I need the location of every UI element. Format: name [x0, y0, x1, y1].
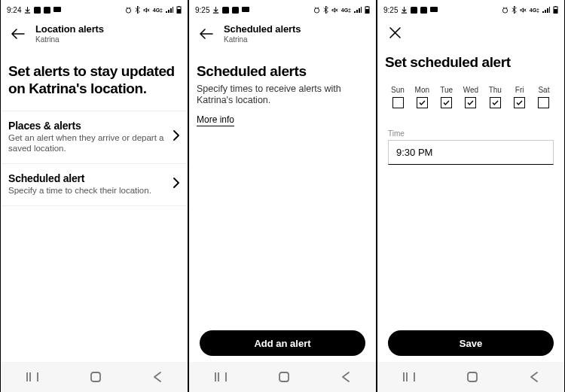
day-wed[interactable]: Wed — [461, 86, 481, 108]
day-tue[interactable]: Tue — [437, 86, 457, 108]
row-subtitle: Specify a time to check their location. — [8, 186, 151, 196]
screen-scheduled-alerts: 9:25 4G‡ Scheduled alerts Katrina Schedu… — [188, 0, 377, 392]
recents-button[interactable] — [215, 372, 227, 382]
day-label: Fri — [515, 86, 524, 94]
alarm-icon — [125, 7, 132, 14]
time-input[interactable] — [388, 140, 554, 165]
day-label: Sat — [538, 86, 549, 94]
message-icon — [242, 7, 249, 13]
more-info-link[interactable]: More info — [197, 114, 234, 126]
svg-rect-9 — [232, 7, 239, 14]
row-subtitle: Get an alert when they arrive or depart … — [8, 133, 167, 154]
status-time: 9:24 — [7, 6, 21, 14]
back-button[interactable] — [198, 29, 215, 39]
status-bar: 9:24 4G‡ — [1, 0, 188, 20]
battery-icon — [553, 6, 558, 14]
page-headline: Scheduled alerts Specify times to receiv… — [189, 54, 376, 140]
nav-back-button[interactable] — [530, 372, 539, 382]
day-sun[interactable]: Sun — [388, 86, 408, 108]
home-button[interactable] — [466, 371, 478, 383]
day-fri[interactable]: Fri — [510, 86, 530, 108]
checkbox-icon — [538, 97, 549, 108]
bluetooth-icon — [135, 6, 140, 14]
android-nav-bar — [377, 362, 564, 392]
row-title: Scheduled alert — [8, 172, 151, 184]
button-label: Save — [460, 338, 482, 349]
day-selector: Sun Mon Tue Wed Thu Fri Sat — [377, 86, 564, 108]
alarm-icon — [313, 7, 320, 14]
day-label: Thu — [489, 86, 502, 94]
day-thu[interactable]: Thu — [485, 86, 505, 108]
home-button[interactable] — [278, 371, 290, 383]
svg-rect-17 — [420, 7, 427, 14]
svg-rect-21 — [555, 6, 557, 7]
app-icon — [420, 7, 427, 14]
network-icon: 4G‡ — [530, 8, 539, 13]
svg-rect-2 — [53, 7, 61, 12]
svg-point-19 — [502, 8, 507, 12]
svg-rect-10 — [242, 7, 249, 12]
signal-icon — [542, 7, 550, 13]
svg-rect-7 — [91, 372, 100, 381]
screen-location-alerts: 9:24 4G‡ Location alerts Katrina Set ale… — [0, 0, 188, 392]
status-bar: 9:25 4G‡ — [377, 0, 564, 20]
mute-icon — [331, 7, 338, 14]
android-nav-bar — [189, 362, 376, 392]
signal-icon — [166, 7, 173, 13]
header-title: Scheduled alerts — [224, 24, 301, 35]
app-icon — [44, 7, 50, 14]
time-field-group: Time — [377, 129, 564, 165]
checkbox-checked-icon — [441, 97, 452, 108]
app-icon — [411, 7, 417, 14]
close-button[interactable] — [386, 27, 403, 38]
day-label: Tue — [440, 86, 453, 94]
checkbox-checked-icon — [490, 97, 501, 108]
mute-icon — [143, 7, 150, 14]
header-title: Location alerts — [35, 24, 104, 35]
battery-icon — [365, 6, 370, 14]
save-button[interactable]: Save — [388, 330, 554, 356]
svg-rect-14 — [365, 9, 369, 14]
chevron-right-icon — [173, 178, 180, 191]
network-icon: 4G‡ — [341, 8, 351, 13]
button-label: Add an alert — [254, 338, 310, 349]
recents-button[interactable] — [403, 372, 415, 382]
svg-rect-22 — [554, 9, 557, 14]
recents-button[interactable] — [26, 372, 38, 382]
message-icon — [430, 7, 438, 13]
network-icon: 4G‡ — [153, 8, 163, 13]
svg-rect-5 — [179, 6, 180, 7]
day-label: Wed — [463, 86, 478, 94]
page-headline: Set alerts to stay updated on Katrina's … — [1, 54, 188, 111]
svg-rect-18 — [430, 7, 438, 12]
day-sat[interactable]: Sat — [534, 86, 554, 108]
add-alert-button[interactable]: Add an alert — [200, 330, 365, 356]
screen-set-scheduled-alert: 9:25 4G‡ Set scheduled alert Sun Mon — [377, 0, 565, 392]
options-list: Places & alerts Get an alert when they a… — [1, 111, 188, 205]
download-icon — [401, 7, 408, 14]
nav-back-button[interactable] — [153, 372, 162, 382]
home-button[interactable] — [90, 371, 102, 383]
svg-rect-6 — [177, 9, 181, 14]
svg-rect-8 — [222, 7, 229, 14]
nav-back-button[interactable] — [341, 372, 350, 382]
svg-point-11 — [314, 8, 319, 12]
app-icon — [222, 7, 229, 14]
headline-text: Set alerts to stay updated on Katrina's … — [8, 63, 180, 97]
signal-icon — [354, 7, 362, 13]
row-places-alerts[interactable]: Places & alerts Get an alert when they a… — [1, 111, 188, 164]
bluetooth-icon — [512, 6, 517, 14]
row-scheduled-alert[interactable]: Scheduled alert Specify a time to check … — [1, 164, 188, 206]
download-icon — [212, 7, 219, 14]
app-icon — [232, 7, 239, 14]
row-title: Places & alerts — [8, 120, 167, 132]
svg-rect-1 — [44, 7, 50, 14]
status-bar: 9:25 4G‡ — [189, 0, 376, 20]
chevron-right-icon — [173, 130, 180, 144]
header: Location alerts Katrina — [1, 20, 188, 54]
status-time: 9:25 — [195, 6, 209, 14]
day-mon[interactable]: Mon — [412, 86, 432, 108]
back-button[interactable] — [10, 29, 26, 39]
checkbox-checked-icon — [465, 97, 476, 108]
headline-text: Scheduled alerts — [197, 63, 368, 80]
